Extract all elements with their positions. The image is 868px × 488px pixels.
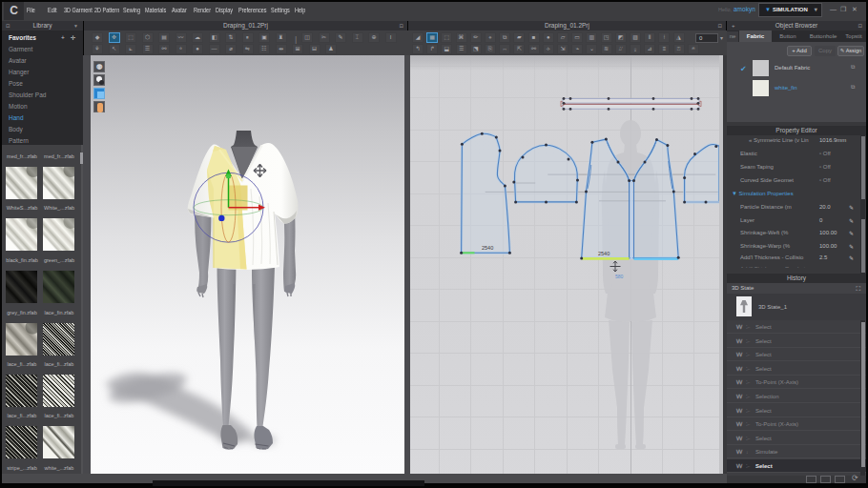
svg-text:2540: 2540	[482, 245, 493, 251]
svg-text:2540: 2540	[598, 251, 610, 256]
svg-text:580: 580	[615, 274, 624, 279]
